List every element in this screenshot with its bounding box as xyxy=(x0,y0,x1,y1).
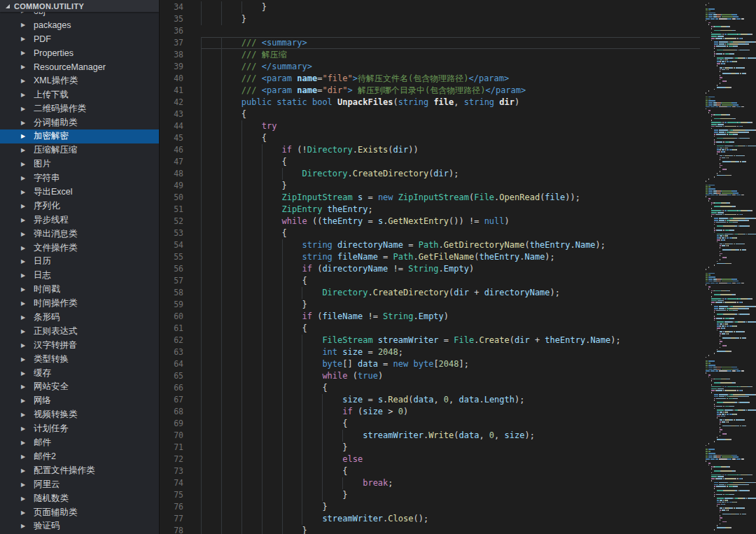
sidebar-item-Properties[interactable]: ▶Properties xyxy=(0,46,159,60)
sidebar-item-页面辅助类[interactable]: ▶页面辅助类 xyxy=(0,505,159,519)
sidebar-item-序列化[interactable]: ▶序列化 xyxy=(0,199,159,213)
sidebar-item-邮件[interactable]: ▶邮件 xyxy=(0,436,159,450)
code-text[interactable]: /// <summary> xyxy=(201,37,700,49)
code-line: 52while ((theEntry = s.GetNextEntry()) !… xyxy=(160,216,700,227)
sidebar-item-packages[interactable]: ▶packages xyxy=(0,18,159,32)
code-text[interactable]: /// <param name="file">待解压文件名(包含物理路径)</p… xyxy=(201,73,700,85)
chevron-right-icon: ▶ xyxy=(21,440,27,446)
sidebar-item-时间操作类[interactable]: ▶时间操作类 xyxy=(0,297,159,311)
sidebar-item-弹出消息类[interactable]: ▶弹出消息类 xyxy=(0,227,159,241)
code-line: 58Directory.CreateDirectory(dir + direct… xyxy=(160,287,700,299)
sidebar-item-随机数类[interactable]: ▶随机数类 xyxy=(0,491,159,505)
code-text[interactable]: streamWriter.Close(); xyxy=(201,513,700,525)
folder-label: 阿里云 xyxy=(34,479,60,491)
code-line: 49} xyxy=(160,180,700,192)
code-text[interactable]: if (directoryName != String.Empty) xyxy=(201,263,700,275)
sidebar-item-时间戳[interactable]: ▶时间戳 xyxy=(0,283,159,297)
code-text[interactable]: else xyxy=(201,454,700,465)
code-text[interactable]: { xyxy=(201,275,700,287)
code-text[interactable]: { xyxy=(201,108,700,120)
code-text[interactable]: break; xyxy=(201,477,700,489)
sidebar-item-类型转换[interactable]: ▶类型转换 xyxy=(0,352,159,366)
sidebar-item-验证码[interactable]: ▶验证码 xyxy=(0,519,159,533)
line-number: 69 xyxy=(160,418,201,430)
code-text[interactable]: FileStream streamWriter = File.Create(di… xyxy=(201,335,700,346)
code-text[interactable]: if (!Directory.Exists(dir)) xyxy=(201,144,700,156)
chevron-right-icon: ▶ xyxy=(21,133,27,139)
sidebar-item-压缩解压缩[interactable]: ▶压缩解压缩 xyxy=(0,143,159,157)
code-text[interactable]: while (true) xyxy=(201,370,700,382)
sidebar-item-日志[interactable]: ▶日志 xyxy=(0,269,159,283)
code-text[interactable]: string fileName = Path.GetFileName(theEn… xyxy=(201,251,700,263)
sidebar-item-阿里云[interactable]: ▶阿里云 xyxy=(0,477,159,491)
sidebar-item-文件操作类[interactable]: ▶文件操作类 xyxy=(0,241,159,255)
code-text[interactable]: size = s.Read(data, 0, data.Length); xyxy=(201,394,700,406)
code-text[interactable]: try xyxy=(201,120,700,132)
line-number: 50 xyxy=(160,192,201,204)
code-text[interactable]: { xyxy=(201,227,700,239)
line-number: 70 xyxy=(160,430,201,442)
code-text[interactable]: { xyxy=(201,382,700,394)
code-text[interactable]: int size = 2048; xyxy=(201,346,700,358)
code-text[interactable]: streamWriter.Write(data, 0, size); xyxy=(201,430,700,442)
code-text[interactable]: ZipEntry theEntry; xyxy=(201,204,700,216)
code-text[interactable]: /// 解压缩 xyxy=(201,49,700,61)
code-text[interactable]: { xyxy=(201,132,700,144)
code-text[interactable]: } xyxy=(201,489,700,501)
code-text[interactable]: { xyxy=(201,418,700,430)
explorer-section-header[interactable]: COMMON.UTILITY xyxy=(0,0,159,12)
sidebar-item-加密解密[interactable]: ▶加密解密 xyxy=(0,129,159,143)
code-text[interactable]: } xyxy=(201,180,700,192)
folder-label: 二维码操作类 xyxy=(34,103,86,115)
code-text[interactable]: ZipInputStream s = new ZipInputStream(Fi… xyxy=(201,192,700,204)
sidebar-item-视频转换类[interactable]: ▶视频转换类 xyxy=(0,408,159,422)
code-text[interactable]: } xyxy=(201,13,700,25)
sidebar-item-计划任务[interactable]: ▶计划任务 xyxy=(0,422,159,436)
sidebar-item-导出Excel[interactable]: ▶导出Excel xyxy=(0,185,159,199)
chevron-right-icon: ▶ xyxy=(21,454,27,460)
code-text[interactable]: { xyxy=(201,323,700,335)
sidebar-item-ResourceManager[interactable]: ▶ResourceManager xyxy=(0,60,159,74)
folder-label: 字符串 xyxy=(34,172,60,184)
code-text[interactable]: public static bool UnpackFiles(string fi… xyxy=(201,97,700,108)
code-text[interactable]: if (fileName != String.Empty) xyxy=(201,311,700,323)
code-text[interactable]: /// <param name="dir"> 解压到哪个目录中(包含物理路径)<… xyxy=(201,85,700,97)
code-text[interactable]: { xyxy=(201,465,700,477)
sidebar-item-二维码操作类[interactable]: ▶二维码操作类 xyxy=(0,101,159,115)
code-text[interactable]: } xyxy=(201,442,700,454)
sidebar-item-条形码[interactable]: ▶条形码 xyxy=(0,311,159,325)
code-text[interactable]: Directory.CreateDirectory(dir); xyxy=(201,168,700,180)
code-text[interactable]: string directoryName = Path.GetDirectory… xyxy=(201,239,700,251)
sidebar-item-日历[interactable]: ▶日历 xyxy=(0,255,159,269)
chevron-right-icon: ▶ xyxy=(21,189,27,195)
folder-label: 压缩解压缩 xyxy=(34,144,78,156)
sidebar-item-PDF[interactable]: ▶PDF xyxy=(0,32,159,46)
sidebar-item-分词辅助类[interactable]: ▶分词辅助类 xyxy=(0,115,159,129)
sidebar-item-缓存[interactable]: ▶缓存 xyxy=(0,366,159,380)
code-text[interactable]: } xyxy=(201,299,700,311)
code-text[interactable]: } xyxy=(201,525,700,534)
sidebar-item-网站安全[interactable]: ▶网站安全 xyxy=(0,380,159,394)
code-text[interactable]: if (size > 0) xyxy=(201,406,700,418)
sidebar-item-配置文件操作类[interactable]: ▶配置文件操作类 xyxy=(0,463,159,477)
line-number: 56 xyxy=(160,263,201,275)
sidebar-item-网络[interactable]: ▶网络 xyxy=(0,394,159,408)
sidebar-item-字符串[interactable]: ▶字符串 xyxy=(0,171,159,185)
code-text[interactable]: while ((theEntry = s.GetNextEntry()) != … xyxy=(201,216,700,227)
sidebar-item-上传下载[interactable]: ▶上传下载 xyxy=(0,87,159,101)
code-text[interactable]: Directory.CreateDirectory(dir + director… xyxy=(201,287,700,299)
code-text[interactable]: } xyxy=(201,1,700,13)
sidebar-item-图片[interactable]: ▶图片 xyxy=(0,157,159,171)
sidebar-item-XML操作类[interactable]: ▶XML操作类 xyxy=(0,73,159,87)
code-text[interactable]: byte[] data = new byte[2048]; xyxy=(201,358,700,370)
sidebar-item-邮件2[interactable]: ▶邮件2 xyxy=(0,450,159,464)
sidebar-item-正则表达式[interactable]: ▶正则表达式 xyxy=(0,324,159,338)
minimap[interactable] xyxy=(700,0,756,534)
sidebar-item-异步线程[interactable]: ▶异步线程 xyxy=(0,213,159,227)
code-text[interactable] xyxy=(201,25,700,37)
code-text[interactable]: } xyxy=(201,501,700,513)
code-text[interactable]: { xyxy=(201,156,700,168)
code-line: 44try xyxy=(160,120,700,132)
sidebar-item-汉字转拼音[interactable]: ▶汉字转拼音 xyxy=(0,338,159,352)
code-text[interactable]: /// </summary> xyxy=(201,61,700,73)
